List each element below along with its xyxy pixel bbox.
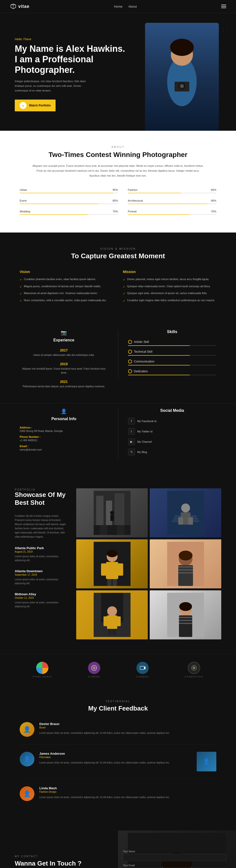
testimonial-name: Dexter Braun [39, 722, 207, 726]
social-item[interactable]: t My Twitter id [128, 428, 216, 435]
svg-rect-61 [140, 666, 144, 670]
skill-icon [128, 340, 132, 344]
play-icon [20, 102, 27, 109]
skill-bar [128, 214, 216, 215]
skill-fill [20, 214, 88, 215]
vm-title: To Capture Greatest Moment [20, 252, 216, 260]
skill-percent: 80% [112, 199, 118, 202]
contact-label: My Contact [15, 855, 103, 858]
vision-title: Vision [20, 270, 113, 274]
vision-col: Vision ✓Curabitur pharetra facilisis eni… [20, 270, 113, 305]
testimonial-items: 👤 Dexter Braun Boxer Lorem ipsum dolor s… [20, 722, 216, 808]
skill-item: Wedding 70% [20, 207, 118, 218]
portfolio-item: Midtown Alley October 11, 2019 Lorem ips… [15, 592, 69, 609]
nav-about[interactable]: About [128, 5, 137, 8]
hamburger-menu[interactable] [221, 5, 226, 8]
skill-percent: 90% [211, 199, 216, 202]
vision-item: ✓Curabitur pharetra facilisis enim, vita… [20, 277, 113, 282]
portfolio-item-desc: Lorem ipsum dolor sit amet, consectetur … [15, 555, 69, 562]
svg-point-44 [107, 606, 117, 616]
skill-item: Portrait 70% [118, 207, 216, 218]
svg-rect-40 [178, 572, 193, 574]
svg-point-36 [179, 551, 192, 560]
svg-rect-54 [179, 617, 192, 618]
timeline-item: 2021 Pellentesque lacinia diam aliquet, … [20, 380, 108, 389]
portfolio-item-title: Midtown Alley [15, 592, 69, 596]
skill-name: Portrait [128, 210, 136, 213]
svg-rect-24 [178, 517, 183, 525]
brands-section: PIXEL MANIA CAMERA CAMERA [0, 654, 236, 685]
testimonial-text: Lorem ipsum dolor sit amet, consectetur … [39, 761, 192, 765]
svg-rect-39 [178, 569, 193, 570]
about-label: About [20, 146, 216, 148]
skill-fill [20, 204, 98, 204]
skill-item: Urban 95% [20, 185, 118, 196]
testimonial-avatar: 👤 [20, 752, 34, 767]
info-field: Email : name@domain.com [20, 445, 108, 451]
portfolio-photos [76, 488, 221, 640]
testimonial-title: My Client Feedback [20, 705, 216, 712]
svg-rect-49 [112, 629, 116, 635]
name-input[interactable] [123, 854, 226, 861]
svg-rect-14 [100, 525, 107, 535]
testimonial-name: Linda Mash [39, 786, 207, 790]
portfolio-item-title: Atlanta Downtown [15, 569, 69, 573]
skill-name: Artistic Skill [134, 340, 149, 344]
testimonial-text: Lorem ipsum dolor sit amet, consectetur … [39, 731, 207, 735]
skill-progress [128, 345, 216, 346]
skill-bar [20, 193, 118, 193]
testimonial-avatar: 👤 [20, 722, 34, 737]
social-icon: ✎ [128, 448, 135, 456]
name-field: Your Name [123, 850, 226, 861]
social-media-col: Social Media f My Facebook id t My Twitt… [128, 408, 216, 459]
info-fields: Address : 5388 Strong Hill Road, Atlanta… [20, 426, 108, 451]
social-icon: f [128, 418, 135, 425]
portfolio-label: Portfolio [15, 488, 69, 491]
nav-home[interactable]: Home [114, 5, 123, 8]
photo-2 [150, 488, 221, 537]
skill-progress [128, 355, 216, 355]
skill-item: Architectural 90% [118, 196, 216, 207]
svg-point-60 [94, 668, 95, 668]
social-item[interactable]: f My Facebook id [128, 418, 216, 425]
skill-name: Wedding [20, 210, 30, 213]
skill-name: Architectural [128, 199, 143, 202]
mission-item: ✓Donec placerat, metus eget rutrum facil… [123, 277, 216, 282]
experience-col: 📷 Experience 2017 metus sit semper ullam… [20, 330, 108, 394]
testimonial-role: Boxer [39, 726, 207, 729]
svg-rect-38 [178, 566, 193, 567]
watch-portfolio-button[interactable]: Watch Portfolio [15, 100, 56, 111]
info-value: +1 404 9405011 [20, 439, 108, 442]
testimonial-item: 👤 Dexter Braun Boxer Lorem ipsum dolor s… [20, 722, 216, 744]
svg-rect-53 [179, 615, 192, 637]
logo[interactable]: vitae [10, 3, 29, 10]
skill-percent: 60% [211, 188, 216, 191]
timeline-item: 2019 Aliquam non tinciduff ipsum. Fusce … [20, 362, 108, 375]
testimonial-item: 👤 Linda Mash Fashion Design Lorem ipsum … [20, 786, 216, 808]
svg-rect-11 [94, 525, 131, 535]
svg-point-22 [181, 503, 190, 513]
mission-col: Mission ✓Donec placerat, metus eget rutr… [123, 270, 216, 305]
brand-name-1: PIXEL MANIA [33, 676, 52, 678]
skill-icon [128, 369, 132, 373]
skill-name: Event [20, 199, 27, 202]
timeline-year: 2019 [20, 362, 108, 366]
skill-progress [128, 365, 216, 366]
mission-item: ✓Quisque eget ante, elementum id ipsum s… [123, 291, 216, 296]
social-item[interactable]: ▶ My Channel [128, 438, 216, 445]
brand-2: CAMERA [88, 662, 101, 678]
portfolio-item-desc: Lorem ipsum dolor sit amet, consectetur … [15, 601, 69, 609]
social-item[interactable]: ✎ My Blog [128, 448, 216, 456]
testimonial-avatar: 👤 [20, 786, 34, 801]
brand-name-3: CAMERA [136, 676, 149, 678]
mission-item: ✓Quisque vitae malesuada lorem. Class ap… [123, 284, 216, 289]
portfolio-desc: Curabitur nib elit ut tortor congue orna… [15, 514, 69, 539]
svg-rect-30 [118, 563, 123, 576]
skill-percent: 70% [211, 210, 216, 213]
skills-list: Artistic Skill Technical Skill Communica… [128, 340, 216, 375]
contact-title: Wanna Get In Touch ? [15, 860, 103, 867]
mission-title: Mission [123, 270, 216, 274]
skills-title: Skills [128, 330, 216, 334]
svg-rect-55 [179, 620, 192, 621]
svg-point-66 [194, 668, 194, 668]
